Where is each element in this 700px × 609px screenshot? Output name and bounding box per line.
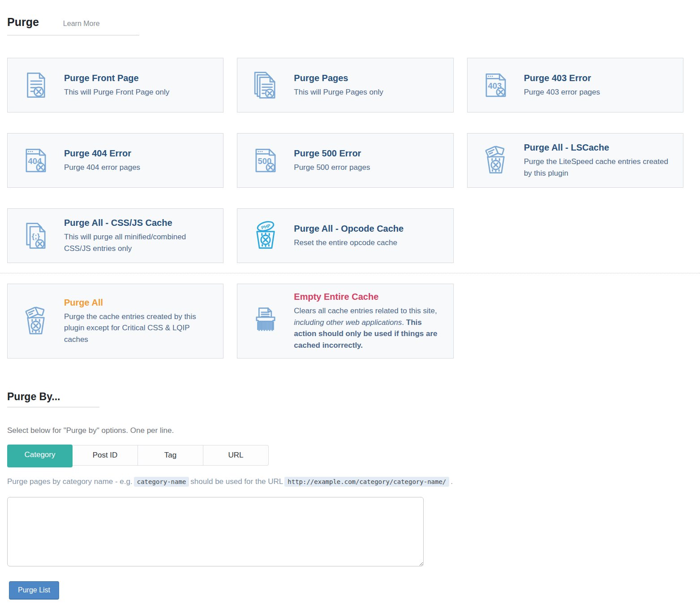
card-description: Purge 403 error pages [524, 86, 674, 98]
card-purge-pages[interactable]: Purge Pages This will Purge Pages only [237, 58, 453, 112]
card-description: Reset the entire opcode cache [294, 237, 444, 249]
card-title: Purge Front Page [64, 73, 214, 83]
card-purge-500[interactable]: 500 Purge 500 Error Purge 500 error page… [237, 133, 453, 188]
card-purge-all-lscache[interactable]: Purge All - LSCache Purge the LiteSpeed … [467, 133, 683, 188]
purge-by-header: Purge By... [7, 391, 99, 407]
purge-by-instruction: Select below for "Purge by" options. One… [7, 426, 700, 435]
card-description: Purge the cache entries created by this … [64, 311, 214, 346]
category-name-code-chip: category-name [134, 477, 189, 487]
trash-bin-papers-icon [8, 307, 64, 336]
card-title: Purge Pages [294, 73, 444, 83]
front-page-document-icon [8, 70, 64, 100]
card-title: Purge All - LSCache [524, 142, 674, 153]
shredder-icon [237, 307, 294, 336]
card-title: Purge 500 Error [294, 148, 444, 159]
tab-category[interactable]: Category [7, 445, 73, 467]
card-description: Clears all cache entries related to this… [294, 305, 444, 351]
card-title: Empty Entire Cache [294, 291, 444, 302]
error-404-page-icon: 404 [8, 146, 64, 175]
cssjs-documents-icon: {;} [8, 221, 64, 251]
warning-cards-grid: Purge All Purge the cache entries create… [7, 284, 683, 358]
page-title: Purge [7, 16, 39, 29]
purge-list-textarea[interactable] [7, 497, 424, 566]
tab-tag[interactable]: Tag [138, 445, 203, 466]
svg-text:{;}: {;} [32, 232, 40, 240]
card-title: Purge 404 Error [64, 148, 214, 159]
card-description: Purge the LiteSpeed cache entries create… [524, 156, 674, 179]
purge-list-button[interactable]: Purge List [9, 581, 59, 600]
card-description: This will Purge Front Page only [64, 86, 214, 98]
card-purge-cssjs-cache[interactable]: {;} Purge All - CSS/JS Cache This will p… [7, 208, 223, 263]
purge-by-tabs: Category Post ID Tag URL [7, 445, 269, 467]
card-description: Purge 404 error pages [64, 162, 214, 173]
card-title: Purge All [64, 297, 214, 308]
card-purge-all[interactable]: Purge All Purge the cache entries create… [7, 284, 223, 358]
purge-cards-grid: Purge Front Page This will Purge Front P… [7, 58, 683, 263]
card-purge-opcode-cache[interactable]: PHP Purge All - Opcode Cache Reset the e… [237, 208, 453, 263]
learn-more-link[interactable]: Learn More [63, 20, 100, 28]
tab-post-id[interactable]: Post ID [73, 445, 138, 466]
card-description: This will Purge Pages only [294, 86, 444, 98]
card-purge-403[interactable]: 403 Purge 403 Error Purge 403 error page… [467, 58, 683, 112]
card-empty-entire-cache[interactable]: Empty Entire Cache Clears all cache entr… [237, 284, 453, 358]
purge-by-helper-text: Purge pages by category name - e.g.categ… [7, 477, 700, 486]
tab-url[interactable]: URL [203, 445, 269, 466]
pages-stack-icon [237, 70, 294, 100]
example-url-code-chip: http://example.com/category/category-nam… [284, 477, 449, 487]
card-purge-404[interactable]: 404 Purge 404 Error Purge 404 error page… [7, 133, 223, 188]
description-italic-part: including other web applications [294, 318, 402, 327]
card-purge-front-page[interactable]: Purge Front Page This will Purge Front P… [7, 58, 223, 112]
page-header: Purge Learn More [7, 16, 139, 35]
card-title: Purge 403 Error [524, 73, 674, 83]
error-500-page-icon: 500 [237, 146, 294, 175]
error-403-page-icon: 403 [468, 70, 524, 100]
php-opcode-trash-icon: PHP [237, 221, 294, 251]
section-divider [0, 273, 700, 273]
card-description: This will purge all minified/combined CS… [64, 231, 214, 254]
trash-bin-papers-icon [468, 146, 524, 175]
card-title: Purge All - Opcode Cache [294, 223, 444, 234]
purge-by-title: Purge By... [7, 391, 99, 403]
card-description: Purge 500 error pages [294, 162, 444, 173]
card-title: Purge All - CSS/JS Cache [64, 217, 214, 228]
